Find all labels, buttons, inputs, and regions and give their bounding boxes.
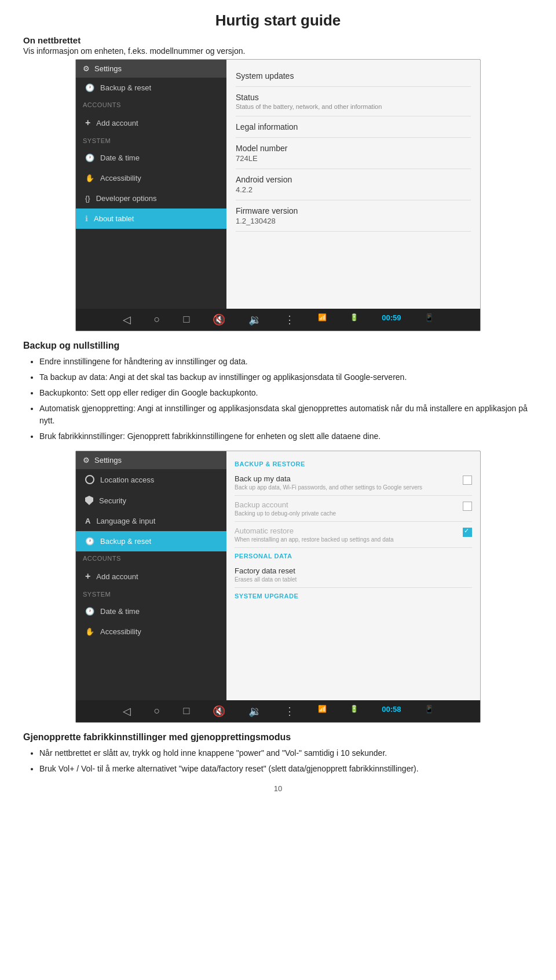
sidebar2-label-add-account: Add account — [96, 572, 138, 581]
settings-item-firmware: Firmware version 1.2_130428 — [236, 200, 471, 232]
panel-item-auto-restore: Automatic restore When reinstalling an a… — [235, 522, 472, 548]
sidebar-item-about-tablet[interactable]: ℹ About tablet — [76, 209, 226, 229]
sidebar2-label-date-time: Date & time — [100, 607, 140, 616]
panel-title-factory-reset: Factory data reset — [235, 566, 297, 575]
item-title-status: Status — [236, 93, 471, 102]
more-icon: ⋮ — [284, 313, 295, 326]
panel-section-backup: BACKUP & RESTORE — [235, 456, 472, 470]
clock-icon: 🕐 — [85, 83, 94, 92]
panel-item-factory-reset: Factory data reset Erases all data on ta… — [235, 562, 472, 588]
sidebar2-item-accessibility[interactable]: ✋ Accessibility — [76, 621, 226, 642]
page: Hurtig start guide On nettbrettet Vis in… — [0, 0, 556, 810]
item-sub-status: Status of the battery, network, and othe… — [236, 103, 471, 110]
sidebar2-item-language[interactable]: A Language & input — [76, 511, 226, 531]
status-time1: 00:59 — [382, 313, 401, 326]
screenshot1: ⚙ Settings 🕐 Backup & reset ACCOUNTS + A… — [75, 59, 481, 331]
sidebar2-header: ⚙ Settings — [76, 451, 226, 469]
hand-icon: ✋ — [85, 174, 94, 182]
status-time2: 00:58 — [382, 705, 401, 718]
plus-icon2: + — [85, 571, 90, 582]
section2-heading: Gjenopprette fabrikkinnstillinger med gj… — [23, 732, 533, 743]
sidebar2-label-location: Location access — [100, 476, 154, 484]
sidebar2-item-backup[interactable]: 🕐 Backup & reset — [76, 531, 226, 551]
back-icon2: ◁ — [123, 705, 131, 718]
vol-icon: 🔉 — [248, 313, 261, 326]
settings-item-status: Status Status of the battery, network, a… — [236, 87, 471, 116]
clock-icon4: 🕐 — [85, 607, 94, 616]
wifi-icon2: 📶 — [318, 705, 327, 718]
page-title: Hurtig start guide — [23, 12, 533, 30]
nav-bar1: ◁ ○ □ 🔇 🔉 ⋮ 📶 🔋 00:59 📱 — [76, 309, 480, 331]
sidebar-item-date-time[interactable]: 🕐 Date & time — [76, 148, 226, 168]
bullet1-5: Bruk fabrikkinnstillinger: Gjenopprett f… — [39, 430, 533, 443]
intro-line1: Vis informasjon om enheten, f.eks. model… — [23, 46, 533, 56]
wifi-icon: 📶 — [318, 313, 327, 326]
panel-item-auto-restore-text: Automatic restore When reinstalling an a… — [235, 526, 394, 543]
sidebar2-item-add-account[interactable]: + Add account — [76, 565, 226, 587]
panel-item-backup-account-text: Backup account Backing up to debug-only … — [235, 500, 336, 517]
checkbox-auto-restore[interactable] — [463, 528, 472, 537]
plus-icon: + — [85, 118, 90, 128]
sidebar1: ⚙ Settings 🕐 Backup & reset ACCOUNTS + A… — [76, 60, 226, 309]
item-title-firmware: Firmware version — [236, 206, 471, 215]
screenshot2: ⚙ Settings Location access Security A La… — [75, 451, 481, 723]
sidebar-item-backup-reset[interactable]: 🕐 Backup & reset — [76, 78, 226, 98]
nav-bar2: ◁ ○ □ 🔇 🔉 ⋮ 📶 🔋 00:58 📱 — [76, 700, 480, 722]
sidebar-item-accessibility[interactable]: ✋ Accessibility — [76, 168, 226, 188]
bullet1-3: Backupkonto: Sett opp eller rediger din … — [39, 387, 533, 399]
item-title-android: Android version — [236, 175, 471, 184]
item-title-model: Model number — [236, 144, 471, 153]
intro-section: On nettbrettet Vis informasjon om enhete… — [23, 35, 533, 56]
panel-title-backup-account: Backup account — [235, 500, 336, 509]
sidebar2-item-date-time[interactable]: 🕐 Date & time — [76, 601, 226, 621]
tablet-icon: 📱 — [425, 313, 434, 326]
section1-bullets: Endre innstillingene for håndtering av i… — [23, 356, 533, 443]
bullet2-2: Bruk Vol+ / Vol- til å merke alternative… — [39, 763, 533, 775]
sidebar2-item-security[interactable]: Security — [76, 490, 226, 511]
item-value-model: 724LE — [236, 154, 471, 163]
sidebar2-section-system: SYSTEM — [76, 587, 226, 601]
sidebar2-item-location[interactable]: Location access — [76, 469, 226, 490]
recents-icon2: □ — [183, 705, 189, 718]
bracket-icon: {} — [85, 194, 90, 203]
panel-item-factory-reset-text: Factory data reset Erases all data on ta… — [235, 566, 297, 583]
panel-sub-auto-restore: When reinstalling an app, restore backed… — [235, 536, 394, 543]
bullet1-2: Ta backup av data: Angi at det skal tas … — [39, 371, 533, 383]
vol-mute-icon2: 🔇 — [213, 705, 225, 718]
item-title-system-updates: System updates — [236, 71, 471, 81]
section2-bullets: Når nettbrettet er slått av, trykk og ho… — [23, 747, 533, 775]
home-icon2: ○ — [154, 705, 160, 718]
backup-panel: BACKUP & RESTORE Back up my data Back up… — [226, 451, 480, 700]
settings-main1: System updates Status Status of the batt… — [226, 60, 480, 309]
sidebar-item-add-account[interactable]: + Add account — [76, 112, 226, 134]
vol-icon2: 🔉 — [248, 705, 261, 718]
more-icon2: ⋮ — [284, 705, 295, 718]
page-number: 10 — [23, 784, 533, 793]
sidebar-label-date-time: Date & time — [100, 153, 140, 162]
sidebar2-section-accounts: ACCOUNTS — [76, 551, 226, 565]
item-value-android: 4.2.2 — [236, 185, 471, 194]
shield-icon — [85, 496, 93, 505]
sidebar-label-about-tablet: About tablet — [94, 214, 134, 223]
settings-icon2: ⚙ — [83, 456, 90, 465]
sidebar-label-accessibility: Accessibility — [100, 174, 141, 182]
checkbox-backup-account[interactable] — [463, 502, 472, 511]
sidebar-header: ⚙ Settings — [76, 60, 226, 78]
settings-item-system-updates: System updates — [236, 65, 471, 87]
panel-item-backup-data-text: Back up my data Back up app data, Wi-Fi … — [235, 474, 422, 491]
sidebar-item-developer[interactable]: {} Developer options — [76, 188, 226, 209]
battery-icon: 🔋 — [350, 313, 359, 326]
panel-item-backup-data: Back up my data Back up app data, Wi-Fi … — [235, 470, 472, 496]
intro-heading: On nettbrettet — [23, 35, 533, 45]
checkbox-backup-data[interactable] — [463, 476, 472, 485]
panel-title-backup-data: Back up my data — [235, 474, 422, 483]
panel-sub-backup-account: Backing up to debug-only private cache — [235, 510, 336, 517]
bullet1-1: Endre innstillingene for håndtering av i… — [39, 356, 533, 368]
panel-item-backup-account: Backup account Backing up to debug-only … — [235, 496, 472, 522]
vol-mute-icon: 🔇 — [213, 313, 225, 326]
sidebar-section-system: SYSTEM — [76, 134, 226, 148]
sidebar-section-accounts: ACCOUNTS — [76, 98, 226, 112]
recents-icon: □ — [183, 313, 189, 326]
sidebar-label-developer: Developer options — [96, 194, 157, 203]
settings-item-android: Android version 4.2.2 — [236, 169, 471, 200]
